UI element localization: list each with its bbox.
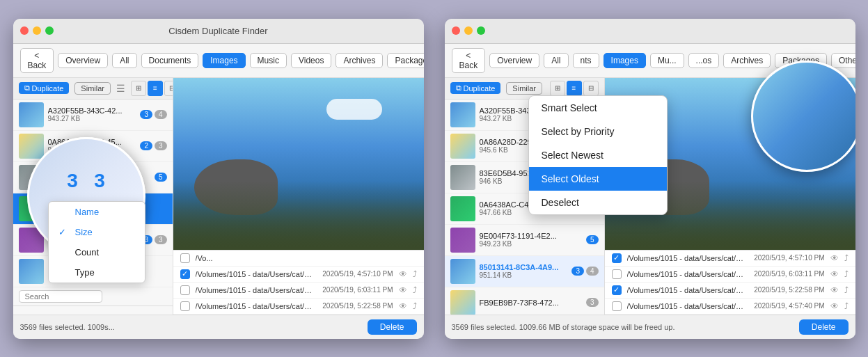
- list-view-btn-right[interactable]: ≡: [567, 81, 582, 96]
- popup-item-smart-select[interactable]: Smart Select: [529, 96, 667, 120]
- context-menu-item-name[interactable]: Name: [49, 202, 145, 222]
- close-button[interactable]: [20, 26, 29, 35]
- videos-tab[interactable]: Videos: [291, 53, 331, 68]
- badge: 5: [155, 173, 167, 182]
- file-info: 9E004F73-1191-4E2... 949.23 KB: [480, 232, 582, 248]
- link-icon[interactable]: ⤴: [413, 269, 417, 279]
- archives-tab[interactable]: Archives: [336, 53, 383, 68]
- detail-checkbox[interactable]: ✓: [612, 253, 622, 263]
- file-thumbnail: [450, 165, 475, 190]
- link-icon[interactable]: ⤴: [844, 253, 849, 263]
- back-button-right[interactable]: < Back: [452, 48, 486, 73]
- badge: 3: [155, 235, 167, 244]
- popup-item-select-oldest[interactable]: Select Oldest: [529, 167, 667, 191]
- detail-date: 2020/5/19, 6:03:11 PM: [322, 286, 393, 294]
- duplicate-toggle-right[interactable]: ⧉ Duplicate: [450, 82, 501, 94]
- file-name: A320F55B-343C-42...: [48, 106, 136, 115]
- link-icon[interactable]: ⤴: [413, 285, 417, 295]
- detail-checkbox[interactable]: [180, 253, 190, 263]
- context-menu-item-type[interactable]: Type: [49, 262, 145, 283]
- popup-item-deselect[interactable]: Deselect: [529, 191, 667, 214]
- file-name: 9E004F73-1191-4E2...: [480, 232, 582, 240]
- link-icon[interactable]: ⤴: [844, 285, 849, 295]
- back-button[interactable]: < Back: [20, 48, 54, 73]
- bottom-bar-left: 3569 files selected. 1009s... Delete: [13, 315, 424, 339]
- list-item[interactable]: A320F55B-343C-42... 943.27 KB 3 4: [13, 100, 173, 131]
- maximize-button[interactable]: [45, 26, 54, 35]
- link-icon[interactable]: ⤴: [413, 301, 417, 311]
- detail-path: /Volumes/1015 - data/Users/cat/Pictures/…: [627, 270, 749, 278]
- toolbar-left: < Back Overview All Documents Images Mus…: [13, 44, 424, 78]
- context-menu-item-size[interactable]: ✓ Size: [49, 222, 145, 242]
- detail-checkbox[interactable]: ✓: [612, 285, 622, 295]
- archives-tab-right[interactable]: Archives: [723, 53, 771, 68]
- eye-icon[interactable]: 👁: [830, 285, 839, 295]
- popup-item-select-priority[interactable]: Select by Priority: [529, 120, 667, 143]
- images-tab[interactable]: Images: [203, 53, 245, 68]
- delete-button[interactable]: Delete: [368, 319, 417, 335]
- badge: 4: [155, 110, 167, 119]
- nts-tab[interactable]: nts: [573, 53, 599, 68]
- list-view-btn[interactable]: ≡: [148, 81, 163, 96]
- preview-image: [173, 78, 424, 250]
- badge-container: 3 4: [140, 110, 166, 119]
- detail-path: /Volumes/1015 - data/Users/cat/Pictures/…: [196, 286, 317, 294]
- file-thumbnail: [19, 134, 44, 159]
- popup-item-select-newest[interactable]: Select Newest: [529, 143, 667, 167]
- detail-row: /Volumes/1015 - data/Users/cat/Pictures/…: [605, 267, 855, 283]
- all-tab[interactable]: All: [112, 53, 136, 68]
- detail-checkbox[interactable]: ✓: [180, 269, 190, 279]
- detail-checkbox[interactable]: [180, 285, 190, 295]
- link-icon[interactable]: ⤴: [844, 301, 849, 311]
- all-tab-right[interactable]: All: [544, 53, 568, 68]
- badge-container: 5: [155, 173, 167, 182]
- grid-view-btn-right[interactable]: ⊞: [550, 81, 565, 96]
- images-tab-right[interactable]: Images: [603, 53, 646, 68]
- search-input[interactable]: [19, 290, 102, 303]
- close-button-right[interactable]: [452, 26, 460, 35]
- detail-date: 2020/5/19, 6:03:11 PM: [754, 270, 824, 278]
- detail-checkbox[interactable]: [180, 301, 190, 311]
- similar-toggle-right[interactable]: Similar: [506, 82, 542, 95]
- overview-button-right[interactable]: Overview: [489, 53, 539, 68]
- cloud-decoration: [326, 99, 382, 120]
- file-thumbnail: [450, 134, 475, 159]
- eye-icon[interactable]: 👁: [830, 253, 839, 263]
- similar-toggle[interactable]: Similar: [74, 82, 111, 95]
- duplicate-icon: ⧉: [24, 84, 30, 93]
- sort-icon[interactable]: ☰: [116, 83, 125, 94]
- list-item[interactable]: FB9EB9B7-73F8-472... 3: [445, 287, 604, 315]
- others-tab-right[interactable]: Others: [831, 53, 855, 68]
- os-tab[interactable]: ...os: [688, 53, 720, 68]
- list-item[interactable]: 9E004F73-1191-4E2... 949.23 KB 5: [445, 225, 604, 256]
- list-item[interactable]: 85013141-8C3A-4A9... 951.14 KB 3 4: [445, 256, 604, 287]
- music-tab[interactable]: Music: [250, 53, 287, 68]
- eye-icon[interactable]: 👁: [399, 301, 407, 311]
- detail-checkbox[interactable]: [612, 269, 622, 279]
- mu-tab[interactable]: Mu...: [650, 53, 684, 68]
- minimize-button-right[interactable]: [464, 26, 473, 35]
- minimize-button[interactable]: [33, 26, 41, 35]
- eye-icon[interactable]: 👁: [830, 301, 839, 311]
- maximize-button-right[interactable]: [477, 26, 485, 35]
- title-bar-right: [445, 19, 855, 44]
- documents-tab[interactable]: Documents: [141, 53, 199, 68]
- detail-checkbox[interactable]: [612, 301, 622, 311]
- packages-tab[interactable]: Packages: [387, 53, 423, 68]
- detail-view-btn-right[interactable]: ⊟: [583, 81, 599, 96]
- duplicate-toggle[interactable]: ⧉ Duplicate: [19, 82, 70, 94]
- detail-row: ✓ /Volumes/1015 - data/Users/cat/Picture…: [605, 251, 855, 267]
- context-menu-item-count[interactable]: Count: [49, 242, 145, 262]
- delete-button-right[interactable]: Delete: [799, 319, 849, 335]
- context-menu-left: Name ✓ Size Count Type: [48, 201, 145, 283]
- link-icon[interactable]: ⤴: [844, 269, 849, 279]
- overview-button[interactable]: Overview: [58, 53, 108, 68]
- detail-list-right: ✓ /Volumes/1015 - data/Users/cat/Picture…: [605, 250, 855, 315]
- grid-view-btn[interactable]: ⊞: [131, 81, 146, 96]
- popup-menu-right: Smart Select Select by Priority Select N…: [528, 95, 668, 215]
- eye-icon[interactable]: 👁: [830, 269, 839, 279]
- file-thumbnail: [450, 228, 475, 253]
- eye-icon[interactable]: 👁: [399, 285, 407, 295]
- detail-view-btn[interactable]: ⊟: [164, 81, 173, 96]
- eye-icon[interactable]: 👁: [399, 269, 407, 279]
